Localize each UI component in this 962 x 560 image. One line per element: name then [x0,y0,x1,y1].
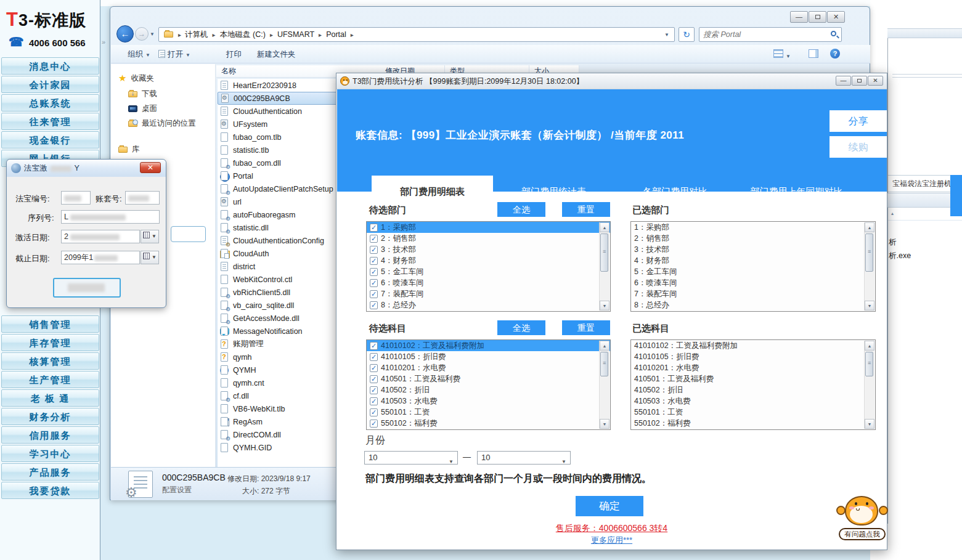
t3-titlebar[interactable]: T3部门费用统计分析 【999账套到期日:2099年12月30日 18:02:0… [336,73,887,89]
checkbox[interactable]: ✓ [370,364,378,372]
subject-selected-item[interactable]: 410503：水电费 [631,396,875,407]
help-button[interactable]: ? [830,49,840,59]
checkbox[interactable]: ✓ [370,268,378,276]
bg-file-row[interactable]: 析.exe [889,249,962,262]
tab[interactable]: 部门费用明细表 [372,176,493,208]
sidebar-item[interactable]: 会计家园 [1,76,99,93]
sidebar-item[interactable]: 产品服务 [1,463,99,481]
dept-selected-item[interactable]: 1：采购部 [631,222,875,233]
dept-selected-item[interactable]: 3：技术部 [631,244,875,255]
share-button[interactable]: 分享 [830,110,887,132]
close-button[interactable]: ✕ [827,11,845,23]
subject-selected-item[interactable]: 41010201：水电费 [631,362,875,373]
month-from-select[interactable]: 10 [364,451,458,465]
dept-select-all-button[interactable]: 全选 [497,202,545,217]
sidebar-item[interactable]: 生产管理 [1,371,99,388]
close-button[interactable]: ✕ [140,162,161,173]
address-dropdown-icon[interactable]: ▼ [664,32,669,38]
checkbox[interactable]: ✓ [370,353,378,361]
history-dropdown-icon[interactable]: ▼ [150,31,155,37]
dept-reset-button[interactable]: 重置 [562,202,610,217]
back-button[interactable]: ← [116,25,134,43]
dept-option[interactable]: ✓4：财务部 [367,255,610,266]
scroll-down-button[interactable]: ▼ [600,419,609,429]
nav-downloads[interactable]: 下载 [128,89,157,99]
subject-reset-button[interactable]: 重置 [562,320,610,335]
subject-selected-item[interactable]: 41010102：工资及福利费附加 [631,340,875,351]
search-box[interactable] [699,27,842,42]
checkbox[interactable]: ✓ [370,290,378,298]
fabao-titlebar[interactable]: 法宝激Y ✕ [7,160,166,177]
refresh-button[interactable]: ↻ [679,27,695,42]
month-to-select[interactable]: 10 [477,451,571,465]
collapse-chevron-icon[interactable]: » [102,38,105,46]
minimize-button[interactable]: — [790,11,808,23]
scroll-up-button[interactable]: ▲ [600,341,609,351]
scroll-up-button[interactable]: ▲ [865,222,874,232]
forward-button[interactable]: → [135,27,149,41]
organize-menu[interactable]: 组织▼ [128,49,150,60]
address-bar[interactable]: ▸ 计算机▸本地磁盘 (C:)▸UFSMART▸Portal▸ ▼ [158,27,675,42]
bg-file-row[interactable]: 析 [889,235,962,249]
dept-option[interactable]: ✓8：总经办 [367,299,610,310]
nav-libraries[interactable]: 库 [118,144,140,155]
preview-pane-button[interactable] [809,49,818,60]
code-input[interactable] [61,191,91,205]
scroll-down-button[interactable]: ▼ [865,419,874,429]
dept-selected-item[interactable]: 7：装配车间 [631,288,875,299]
sidebar-item[interactable]: 库存管理 [1,334,99,351]
sidebar-item[interactable]: 我要贷款 [1,482,99,499]
nav-recent[interactable]: 最近访问的位置 [128,118,196,129]
breadcrumb-segment[interactable]: Portal▸ [326,30,358,40]
view-button[interactable]: ▼ [773,49,791,60]
sidebar-item[interactable]: 往来管理 [1,113,99,130]
checkbox[interactable]: ✓ [370,279,378,287]
checkbox[interactable]: ✓ [370,342,378,350]
minimize-button[interactable]: — [836,76,851,86]
checkbox[interactable]: ✓ [370,301,378,309]
sidebar-item[interactable]: 消息中心 [1,57,99,75]
dept-option[interactable]: ✓7：装配车间 [367,288,610,299]
expire-input[interactable]: 2099年1 [61,251,140,264]
sidebar-item[interactable]: 核算管理 [1,352,99,370]
sidebar-item[interactable]: 销售管理 [1,315,99,333]
sidebar-item[interactable]: 老 板 通 [1,389,99,407]
dept-selected-item[interactable]: 8：总经办 [631,299,875,310]
fabao-confirm-button[interactable] [53,278,121,298]
maximize-button[interactable] [809,11,826,23]
checkbox[interactable]: ✓ [370,375,378,383]
sidebar-item[interactable]: 总账系统 [1,94,99,112]
search-input[interactable] [703,29,823,40]
maximize-button[interactable] [852,76,867,86]
subject-option[interactable]: ✓550102：福利费 [367,418,610,429]
sidebar-item[interactable]: 现金银行 [1,131,99,148]
renew-button[interactable]: 续购 [830,136,887,158]
dept-option[interactable]: ✓3：技术部 [367,244,610,255]
dept-selected-item[interactable]: 4：财务部 [631,255,875,266]
new-folder-button[interactable]: 新建文件夹 [257,49,296,60]
more-apps-link[interactable]: 更多应用*** [336,535,887,546]
tab[interactable]: 部门费用上年同期对比 [736,176,857,208]
checkbox[interactable]: ✓ [370,257,378,265]
checkbox[interactable]: ✓ [370,224,378,232]
subject-select-all-button[interactable]: 全选 [497,320,545,335]
subject-selected-item[interactable]: 410502：折旧 [631,384,875,396]
checkbox[interactable]: ✓ [370,420,378,428]
scroll-thumb[interactable] [865,233,873,272]
dept-option[interactable]: ✓6：喷漆车间 [367,277,610,288]
breadcrumb-segment[interactable]: UFSMART▸ [277,30,326,40]
subject-option[interactable]: ✓410502：折旧 [367,384,610,396]
dept-option[interactable]: ✓5：金工车间 [367,266,610,277]
dept-selected-item[interactable]: 6：喷漆车间 [631,277,875,288]
mascot-button[interactable]: 有问题点我 [838,492,887,548]
scroll-down-button[interactable]: ▼ [865,301,874,310]
serial-input[interactable]: L [61,210,160,224]
sidebar-item[interactable]: 学习中心 [1,445,99,462]
service-link[interactable]: 售后服务：4006600566 3转4 [336,523,887,534]
scroll-thumb[interactable] [865,352,873,376]
subject-selected-item[interactable]: 550101：工资 [631,407,875,418]
dept-option[interactable]: ✓2：销售部 [367,233,610,244]
subject-selected-item[interactable]: 410501：工资及福利费 [631,373,875,384]
checkbox[interactable]: ✓ [370,246,378,254]
sidebar-item[interactable]: 信用服务 [1,426,99,444]
